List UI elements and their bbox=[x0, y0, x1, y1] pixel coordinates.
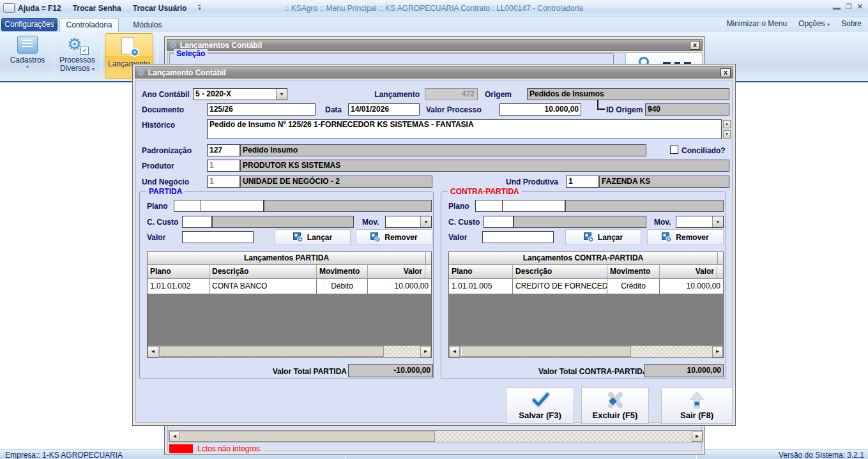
und-produtiva-code-input[interactable]: 1 bbox=[566, 176, 599, 188]
produtor-code-input[interactable]: 1 bbox=[207, 160, 240, 172]
scroll-right-icon[interactable]: ► bbox=[692, 431, 703, 442]
titlebar-divider bbox=[15, 3, 16, 13]
chevron-down-icon[interactable]: ▼ bbox=[276, 89, 287, 100]
contra-plano-code-input[interactable] bbox=[475, 200, 503, 212]
bg-window-close-button[interactable]: X bbox=[690, 41, 700, 50]
contra-grid-hscrollbar[interactable]: ◄ ► bbox=[449, 345, 723, 357]
exit-arrow-icon bbox=[689, 391, 705, 409]
remove-entry-icon bbox=[370, 232, 381, 243]
contra-plano-mask-input[interactable] bbox=[502, 200, 565, 212]
tab-modulos[interactable]: Módulos bbox=[125, 19, 170, 31]
app-menu-button[interactable]: Configurações bbox=[1, 18, 57, 31]
contra-ccusto-code-input[interactable] bbox=[483, 216, 514, 228]
data-label: Data bbox=[325, 105, 342, 114]
contra-grid-header: Plano Descrição Movimento Valor bbox=[449, 265, 723, 279]
contra-mov-combo[interactable]: ▼ bbox=[676, 216, 724, 228]
column-header[interactable]: Plano bbox=[449, 265, 513, 278]
minimize-icon[interactable] bbox=[833, 4, 841, 10]
scroll-left-icon[interactable]: ◄ bbox=[169, 431, 180, 442]
und-negocio-code-input[interactable]: 1 bbox=[207, 176, 240, 188]
salvar-button[interactable]: Salvar (F3) bbox=[506, 388, 574, 424]
id-origem-field: 940 bbox=[645, 103, 729, 116]
column-header[interactable]: Descrição bbox=[513, 265, 607, 278]
id-origem-label: ID Origem bbox=[606, 105, 643, 114]
scrollbar-thumb[interactable] bbox=[181, 431, 435, 442]
sair-button[interactable]: Sair (F8) bbox=[661, 388, 733, 424]
processos-diversos-button[interactable]: ⚙ ✓ Processos Diversos ▾ bbox=[56, 33, 98, 79]
excluir-button[interactable]: Excluir (F5) bbox=[581, 388, 649, 424]
add-entry-icon bbox=[584, 232, 594, 243]
conciliado-label: Conciliado? bbox=[681, 146, 726, 155]
contra-lancar-button[interactable]: Lançar bbox=[565, 229, 641, 245]
window-titlebar: Ajuda = F12 Trocar Senha Trocar Usuário … bbox=[0, 0, 868, 17]
menu-item-trocar-senha[interactable]: Trocar Senha bbox=[73, 4, 121, 13]
ano-contabil-combo[interactable]: 5 - 2020-X ▼ bbox=[193, 88, 287, 100]
scroll-left-icon[interactable]: ◄ bbox=[148, 346, 158, 357]
document-add-icon: + bbox=[121, 37, 137, 55]
padronizacao-code-input[interactable]: 127 bbox=[207, 144, 240, 156]
dialog-close-button[interactable]: X bbox=[720, 68, 731, 77]
column-header[interactable]: Valor bbox=[660, 265, 717, 278]
cadastros-button[interactable]: Cadastros ▾ bbox=[4, 33, 51, 79]
partida-ccusto-code-input[interactable] bbox=[182, 216, 212, 228]
scroll-up-icon[interactable]: ▲ bbox=[723, 120, 731, 128]
ano-contabil-label: Ano Contábil bbox=[142, 90, 190, 99]
options-link[interactable]: Opções ▾ bbox=[798, 19, 830, 28]
contra-ccusto-desc-field bbox=[514, 216, 646, 228]
dialog-titlebar: ⚙ Lançamento Contábil X bbox=[135, 66, 733, 79]
add-entry-icon bbox=[293, 232, 303, 243]
partida-plano-mask-input[interactable] bbox=[201, 200, 264, 212]
scroll-right-icon[interactable]: ► bbox=[420, 346, 431, 357]
scrollbar-thumb[interactable] bbox=[461, 346, 631, 357]
valor-processo-input[interactable]: 10.000,00 bbox=[499, 103, 581, 116]
id-origem-connector bbox=[597, 100, 605, 110]
scroll-right-icon[interactable]: ► bbox=[712, 346, 723, 357]
contra-ccusto-label: C. Custo bbox=[448, 218, 480, 227]
application-window: Ajuda = F12 Trocar Senha Trocar Usuário … bbox=[0, 0, 868, 459]
partida-total-field: -10.000,00 bbox=[348, 364, 433, 377]
table-row[interactable]: 1.01.01.005 CREDITO DE FORNECEDOR Crédit… bbox=[449, 279, 723, 294]
bg-window-hscrollbar[interactable]: ◄ ► bbox=[169, 430, 703, 442]
gear-icon: ⚙ ✓ bbox=[67, 34, 88, 55]
partida-mov-label: Mov. bbox=[362, 218, 379, 227]
tab-controladoria[interactable]: Controladoria bbox=[59, 18, 119, 32]
close-icon[interactable]: ✕ bbox=[857, 3, 863, 10]
contra-remover-button[interactable]: Remover bbox=[647, 229, 724, 245]
column-header[interactable]: Valor bbox=[368, 265, 425, 278]
partida-plano-desc-field bbox=[264, 200, 432, 212]
lancamento-label: Lançamento bbox=[356, 90, 420, 99]
scroll-down-icon[interactable]: ▼ bbox=[723, 130, 731, 139]
about-link[interactable]: Sobre bbox=[841, 19, 862, 28]
produtor-desc-field: PRODUTOR KS SISTEMAS bbox=[240, 160, 729, 172]
partida-valor-input[interactable] bbox=[182, 231, 254, 243]
legend-color-swatch bbox=[169, 444, 193, 453]
column-header[interactable]: Movimento bbox=[317, 265, 368, 278]
column-header[interactable]: Plano bbox=[148, 265, 209, 278]
minimize-menu-link[interactable]: Minimizar o Menu bbox=[727, 19, 788, 28]
scroll-left-icon[interactable]: ◄ bbox=[449, 346, 460, 357]
contra-valor-input[interactable] bbox=[482, 231, 554, 243]
menu-item-trocar-usuario[interactable]: Trocar Usuário bbox=[133, 4, 187, 13]
conciliado-checkbox[interactable] bbox=[670, 146, 678, 154]
partida-remover-button[interactable]: Remover bbox=[356, 229, 432, 245]
partida-plano-code-input[interactable] bbox=[174, 200, 201, 212]
partida-grid-hscrollbar[interactable]: ◄ ► bbox=[148, 345, 431, 357]
documento-input[interactable]: 125/26 bbox=[207, 103, 316, 116]
partida-legend: PARTIDA bbox=[146, 187, 185, 196]
partida-mov-combo[interactable]: ▼ bbox=[385, 216, 432, 228]
data-input[interactable]: 14/01/2026 bbox=[348, 103, 420, 116]
partida-lancar-button[interactable]: Lançar bbox=[275, 229, 351, 245]
contra-mov-label: Mov. bbox=[654, 218, 671, 227]
scrollbar-thumb[interactable] bbox=[159, 346, 384, 357]
table-row[interactable]: 1.01.01.002 CONTA BANCO Débito 10.000,00 bbox=[148, 279, 431, 294]
column-header[interactable]: Descrição bbox=[209, 265, 317, 278]
chevron-down-icon[interactable]: ▼ bbox=[712, 216, 723, 227]
partida-valor-label: Valor bbox=[147, 233, 165, 242]
column-header[interactable]: Movimento bbox=[607, 265, 660, 278]
chevron-down-icon[interactable]: ▼ bbox=[420, 216, 431, 227]
restore-icon[interactable]: ❐ bbox=[846, 3, 852, 10]
menu-item-ajuda[interactable]: Ajuda = F12 bbox=[18, 4, 61, 13]
ribbon-separator bbox=[54, 34, 54, 77]
toolbar-overflow-icon[interactable]: ▾ bbox=[198, 5, 201, 13]
historico-textarea[interactable]: Pedido de Insumo Nº 125/26 1-FORNECEDOR … bbox=[207, 119, 722, 139]
